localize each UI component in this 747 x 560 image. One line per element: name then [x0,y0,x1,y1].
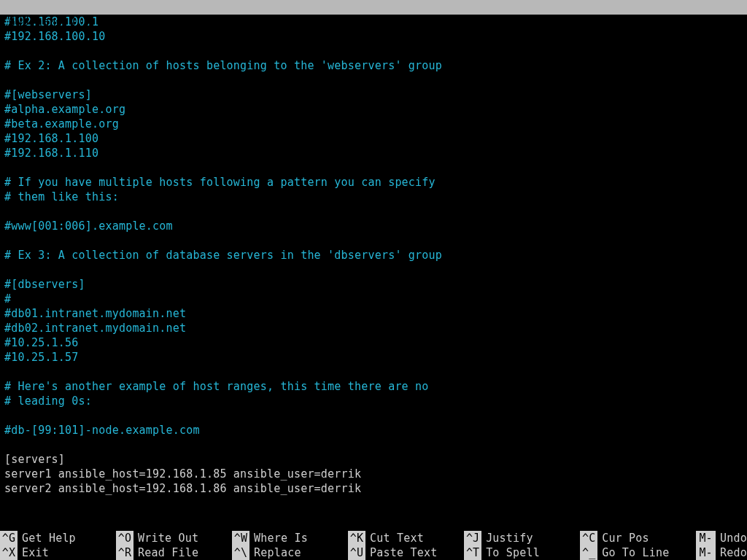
shortcut-item[interactable]: ^RRead File [116,545,232,560]
file-line[interactable] [4,160,743,175]
app-name: GNU nano 4.3 [9,15,90,29]
shortcut-key: ^T [464,545,481,560]
shortcut-row-1: ^GGet Help^OWrite Out^WWhere Is^KCut Tex… [0,531,747,545]
shortcut-key: ^R [116,545,133,560]
shortcut-label: Cur Pos [602,531,649,545]
file-line[interactable] [4,204,743,219]
file-line[interactable]: # leading 0s: [4,394,743,408]
file-line[interactable]: #192.168.1.110 [4,146,743,160]
file-line[interactable]: # Ex 2: A collection of hosts belonging … [4,58,743,73]
shortcut-item[interactable]: ^\Replace [232,545,348,560]
file-path: /etc/ansible/hosts [0,29,747,44]
file-line[interactable] [4,438,743,452]
shortcut-key: ^_ [580,545,597,560]
file-line[interactable]: #[dbservers] [4,277,743,292]
shortcut-label: Replace [254,545,301,560]
shortcut-label: Exit [22,545,49,560]
file-line[interactable]: #192.168.1.100 [4,131,743,146]
file-line[interactable]: server2 ansible_host=192.168.1.86 ansibl… [4,481,743,496]
shortcut-label: Redo [720,545,747,560]
shortcut-key: ^W [232,531,249,545]
shortcut-label: Paste Text [370,545,437,560]
file-line[interactable] [4,365,743,379]
shortcut-bar: ^GGet Help^OWrite Out^WWhere Is^KCut Tex… [0,531,747,560]
shortcut-label: Undo [720,531,747,545]
file-line[interactable]: # If you have multiple hosts following a… [4,175,743,190]
shortcut-label: Where Is [254,531,308,545]
editor-viewport[interactable]: #192.168.100.1#192.168.100.10 # Ex 2: A … [0,15,747,531]
shortcut-key: ^U [348,545,365,560]
shortcut-key: ^X [0,545,18,560]
file-line[interactable]: #10.25.1.57 [4,350,743,365]
file-line[interactable] [4,73,743,88]
shortcut-item[interactable]: ^KCut Text [348,531,464,545]
editor-titlebar: GNU nano 4.3 /etc/ansible/hosts Modified [0,0,747,15]
file-line[interactable]: #db02.intranet.mydomain.net [4,321,743,335]
shortcut-key: ^G [0,531,18,545]
shortcut-key: ^C [580,531,597,545]
file-line[interactable]: [servers] [4,452,743,467]
shortcut-item[interactable]: ^CCur Pos [580,531,696,545]
shortcut-label: Get Help [22,531,76,545]
file-line[interactable]: #db01.intranet.mydomain.net [4,306,743,321]
file-line[interactable]: #db-[99:101]-node.example.com [4,423,743,438]
file-line[interactable]: server1 ansible_host=192.168.1.85 ansibl… [4,467,743,481]
shortcut-item[interactable]: M-ERedo [696,545,747,560]
shortcut-row-2: ^XExit^RRead File^\Replace^UPaste Text^T… [0,545,747,560]
file-line[interactable]: #10.25.1.56 [4,335,743,350]
file-line[interactable]: # Here's another example of host ranges,… [4,379,743,394]
shortcut-label: To Spell [486,545,540,560]
file-line[interactable]: #192.168.100.1 [4,15,743,29]
shortcut-label: Cut Text [370,531,424,545]
file-line[interactable] [4,262,743,277]
shortcut-key: ^O [116,531,133,545]
shortcut-item[interactable]: ^TTo Spell [464,545,580,560]
shortcut-item[interactable]: ^OWrite Out [116,531,232,545]
file-line[interactable]: #[webservers] [4,88,743,102]
shortcut-label: Read File [138,545,198,560]
file-line[interactable]: #alpha.example.org [4,102,743,117]
file-line[interactable]: # [4,292,743,306]
shortcut-key: M-E [696,545,716,560]
shortcut-item[interactable]: ^JJustify [464,531,580,545]
shortcut-item[interactable]: ^GGet Help [0,531,116,545]
shortcut-label: Justify [486,531,533,545]
shortcut-item[interactable]: M-UUndo [696,531,747,545]
shortcut-item[interactable]: ^_Go To Line [580,545,696,560]
file-line[interactable] [4,44,743,58]
file-status: Modified [684,44,738,58]
file-line[interactable]: #beta.example.org [4,117,743,131]
shortcut-key: ^J [464,531,481,545]
file-line[interactable] [4,408,743,423]
shortcut-key: ^K [348,531,365,545]
shortcut-label: Go To Line [602,545,669,560]
file-line[interactable]: # Ex 3: A collection of database servers… [4,248,743,262]
shortcut-key: ^\ [232,545,249,560]
file-line[interactable]: #www[001:006].example.com [4,219,743,233]
shortcut-label: Write Out [138,531,198,545]
file-line[interactable] [4,233,743,248]
shortcut-item[interactable]: ^XExit [0,545,116,560]
shortcut-item[interactable]: ^WWhere Is [232,531,348,545]
shortcut-item[interactable]: ^UPaste Text [348,545,464,560]
file-line[interactable]: # them like this: [4,190,743,204]
